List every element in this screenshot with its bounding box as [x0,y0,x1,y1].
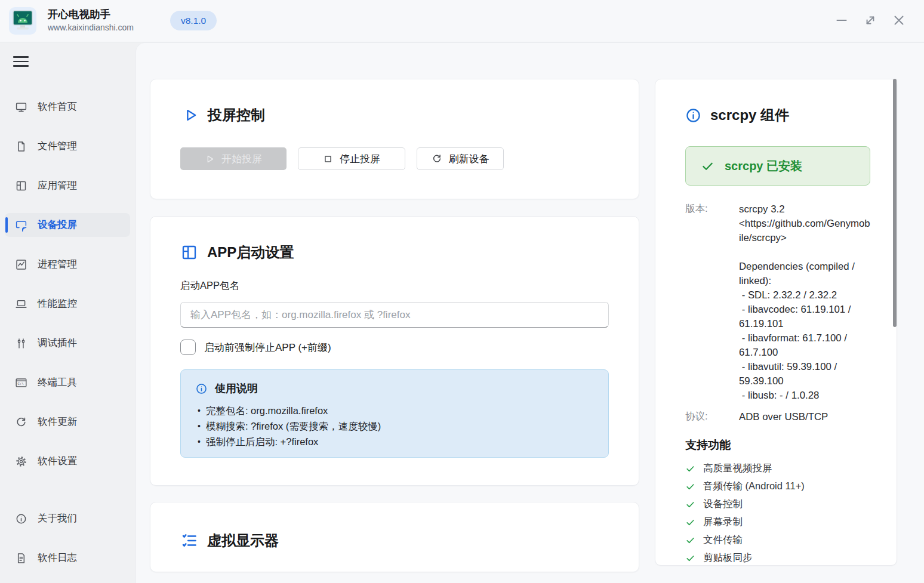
app-logo-icon [8,7,37,35]
check-icon [701,159,714,173]
sidebar-item-processes[interactable]: 进程管理 [5,252,130,276]
feature-item: 音频传输 (Android 11+) [685,477,805,495]
sidebar-item-label: 文件管理 [38,140,77,153]
section-title-virtual-display: 虚拟显示器 [207,531,279,550]
monitor-icon [15,101,27,113]
tools-icon [15,337,27,350]
usage-bullet: 完整包名: org.mozilla.firefox [198,403,594,419]
virtual-display-card: 虚拟显示器 [150,502,639,572]
info-icon [685,107,701,124]
force-stop-checkbox-row[interactable]: 启动前强制停止APP (+前缀) [180,340,331,355]
menu-toggle-button[interactable] [13,54,31,69]
sidebar-item-logs[interactable]: 软件日志 [5,546,130,570]
checkbox[interactable] [180,340,196,355]
sidebar-footer: 关于我们 软件日志 [5,507,130,583]
feature-item: 屏幕录制 [685,513,805,531]
version-row: 版本: scrcpy 3.2 <https://github.com/Genym… [685,202,871,403]
sidebar-item-files[interactable]: 文件管理 [5,134,130,158]
usage-title: 使用说明 [215,381,258,396]
sidebar-item-label: 进程管理 [38,258,77,271]
sidebar-item-label: 关于我们 [38,512,77,525]
refresh-icon [15,416,27,428]
check-icon [685,499,695,510]
force-stop-checkbox-label: 启动前强制停止APP (+前缀) [204,341,331,354]
stop-cast-button[interactable]: 停止投屏 [298,147,405,170]
maximize-button[interactable] [862,12,879,29]
section-title-cast-control: 投屏控制 [208,106,265,125]
check-icon [685,535,695,545]
info-icon [15,513,27,525]
sidebar-item-label: 软件首页 [38,100,77,113]
sidebar-nav: 软件首页 文件管理 应用管理 设备投屏 进程管理 性能监控 [5,95,130,489]
start-cast-button[interactable]: 开始投屏 [180,147,287,170]
check-icon [685,517,695,528]
feature-item: 高质量视频投屏 [685,459,805,477]
protocol-value: ADB over USB/TCP [739,410,871,424]
main-content: 投屏控制 开始投屏 停止投屏 刷新设备 AP [135,42,924,583]
section-title-app-launch: APP启动设置 [207,243,294,262]
close-button[interactable] [891,12,907,29]
apps-grid-icon [180,243,198,261]
version-label: 版本: [685,202,739,403]
titlebar: 开心电视助手 www.kaixindianshi.com v8.1.0 [0,0,924,42]
terminal-icon: C:\ [15,377,27,389]
stop-icon [323,154,333,164]
sidebar-item-label: 性能监控 [38,297,77,310]
scrcpy-panel: scrcpy 组件 scrcpy 已安装 版本: scrcpy 3.2 <htt… [655,79,897,566]
laptop-icon [15,298,27,310]
sidebar-item-label: 终端工具 [38,376,77,389]
usage-bullet: 强制停止后启动: +?firefox [198,434,594,450]
gear-icon [15,455,27,468]
check-icon [685,464,695,474]
sidebar-item-settings[interactable]: 软件设置 [5,449,130,473]
app-title: 开心电视助手 [48,8,134,21]
sidebar-item-terminal[interactable]: C:\ 终端工具 [5,371,130,394]
scrcpy-installed-status: scrcpy 已安装 [685,146,870,186]
version-badge: v8.1.0 [170,11,217,30]
version-value: scrcpy 3.2 <https://github.com/Genymobil… [739,202,871,403]
checklist-icon [180,532,198,550]
sidebar: 软件首页 文件管理 应用管理 设备投屏 进程管理 性能监控 [0,42,135,583]
sidebar-item-label: 设备投屏 [38,218,77,232]
feature-item: 文件传输 [685,531,805,549]
sidebar-item-screen-cast[interactable]: 设备投屏 [5,213,130,237]
sidebar-item-updates[interactable]: 软件更新 [5,410,130,434]
svg-text:C:\: C:\ [17,382,24,386]
sidebar-item-apps[interactable]: 应用管理 [5,174,130,198]
sidebar-item-label: 软件更新 [38,415,77,428]
sidebar-item-label: 应用管理 [38,179,77,192]
screen-cast-icon [15,219,27,232]
cast-control-card: 投屏控制 开始投屏 停止投屏 刷新设备 [150,79,639,199]
check-icon [685,482,695,492]
feature-item: 剪贴板同步 [685,549,805,567]
sidebar-item-performance[interactable]: 性能监控 [5,292,130,316]
sidebar-item-label: 软件设置 [38,455,77,468]
usage-bullet: 模糊搜索: ?firefox (需要搜索，速度较慢) [198,419,594,434]
protocol-row: 协议: ADB over USB/TCP [685,410,871,424]
sidebar-item-about[interactable]: 关于我们 [5,507,130,530]
sidebar-item-home[interactable]: 软件首页 [5,95,130,119]
play-icon [182,107,199,124]
status-text: scrcpy 已安装 [725,158,802,174]
check-icon [685,553,695,563]
sidebar-item-debug-plugins[interactable]: 调试插件 [5,331,130,355]
features-title: 支持功能 [685,437,731,453]
usage-note-box: 使用说明 完整包名: org.mozilla.firefox 模糊搜索: ?fi… [180,369,609,458]
sidebar-item-label: 软件日志 [38,551,77,565]
package-name-label: 启动APP包名 [180,279,239,292]
features-list: 高质量视频投屏 音频传输 (Android 11+) 设备控制 屏幕录制 文件传… [685,459,805,567]
refresh-devices-button[interactable]: 刷新设备 [417,147,504,170]
minimize-button[interactable] [833,12,850,29]
play-icon [205,154,215,164]
sidebar-item-label: 调试插件 [38,337,77,350]
app-website: www.kaixindianshi.com [48,23,134,32]
feature-item: 设备控制 [685,495,805,513]
refresh-icon [432,153,442,164]
section-title-scrcpy: scrcpy 组件 [710,106,789,125]
vertical-scrollbar[interactable] [893,79,897,327]
package-name-input[interactable] [180,302,609,328]
document-icon [15,552,27,565]
app-window: 开心电视助手 www.kaixindianshi.com v8.1.0 软件首页… [0,0,924,583]
info-icon [195,383,208,395]
protocol-label: 协议: [685,410,739,424]
